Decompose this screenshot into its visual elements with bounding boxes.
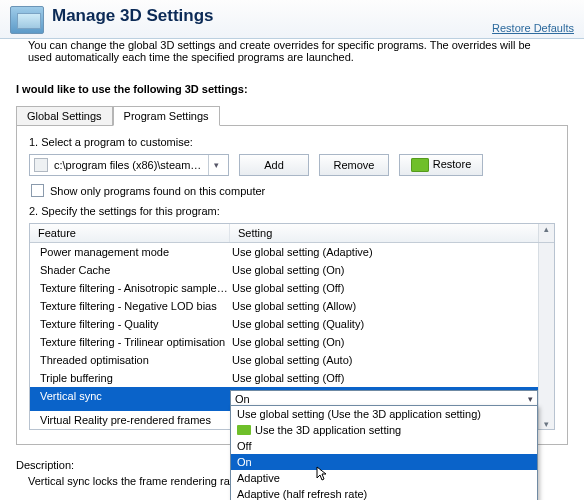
scrollbar[interactable]: ▾ <box>538 243 554 429</box>
tab-global-settings[interactable]: Global Settings <box>16 106 113 126</box>
restore-button-label: Restore <box>433 158 472 170</box>
col-setting: Setting <box>230 224 538 242</box>
table-row[interactable]: Texture filtering - Anisotropic sample o… <box>30 279 538 297</box>
table-row[interactable]: Shader CacheUse global setting (On) <box>30 261 538 279</box>
table-row[interactable]: Threaded optimisationUse global setting … <box>30 351 538 369</box>
feature-cell: Texture filtering - Quality <box>30 318 230 330</box>
step1-label: 1. Select a program to customise: <box>29 136 555 148</box>
vsync-dropdown: Use global setting (Use the 3D applicati… <box>230 405 538 500</box>
setting-cell: Use global setting (Off) <box>230 282 538 294</box>
dropdown-item[interactable]: Use the 3D application setting <box>231 422 537 438</box>
dropdown-item-label: Use the 3D application setting <box>255 424 401 436</box>
restore-defaults-link[interactable]: Restore Defaults <box>492 22 574 34</box>
setting-cell: Use global setting (Quality) <box>230 318 538 330</box>
chevron-down-icon: ▾ <box>528 394 533 404</box>
step2-label: 2. Specify the settings for this program… <box>29 205 555 217</box>
dropdown-item-label: Use global setting (Use the 3D applicati… <box>237 408 481 420</box>
dropdown-item-label: Adaptive (half refresh rate) <box>237 488 367 500</box>
table-row[interactable]: Texture filtering - QualityUse global se… <box>30 315 538 333</box>
feature-cell: Texture filtering - Anisotropic sample o… <box>30 282 230 294</box>
nvidia-icon <box>411 158 429 172</box>
setting-cell: Use global setting (Allow) <box>230 300 538 312</box>
program-icon <box>34 158 48 172</box>
table-row[interactable]: Texture filtering - Negative LOD biasUse… <box>30 297 538 315</box>
intro-text: You can change the global 3D settings an… <box>0 39 584 71</box>
scroll-up-icon[interactable]: ▴ <box>538 224 554 242</box>
show-only-checkbox[interactable] <box>31 184 44 197</box>
add-button[interactable]: Add <box>239 154 309 176</box>
program-settings-panel: 1. Select a program to customise: c:\pro… <box>16 125 568 445</box>
program-path: c:\program files (x86)\steam\st... <box>54 159 202 171</box>
dropdown-item-label: Off <box>237 440 251 452</box>
feature-cell: Triple buffering <box>30 372 230 384</box>
app-icon <box>10 6 44 34</box>
feature-cell: Vertical sync <box>30 390 230 408</box>
program-select[interactable]: c:\program files (x86)\steam\st... ▾ <box>29 154 229 176</box>
setting-cell: Use global setting (On) <box>230 336 538 348</box>
dropdown-item[interactable]: Off <box>231 438 537 454</box>
dropdown-item-label: Adaptive <box>237 472 280 484</box>
section-title: I would like to use the following 3D set… <box>16 83 568 95</box>
page-title: Manage 3D Settings <box>52 6 492 26</box>
table-body: Power management modeUse global setting … <box>30 243 538 429</box>
setting-cell: Use global setting (Auto) <box>230 354 538 366</box>
remove-button[interactable]: Remove <box>319 154 389 176</box>
setting-cell: Use global setting (Off) <box>230 372 538 384</box>
feature-cell: Texture filtering - Trilinear optimisati… <box>30 336 230 348</box>
nvidia-icon <box>237 425 251 435</box>
dropdown-item-label: On <box>237 456 252 468</box>
feature-cell: Threaded optimisation <box>30 354 230 366</box>
dropdown-item[interactable]: Adaptive (half refresh rate) <box>231 486 537 500</box>
dropdown-item[interactable]: Adaptive <box>231 470 537 486</box>
dropdown-item[interactable]: Use global setting (Use the 3D applicati… <box>231 406 537 422</box>
setting-cell: Use global setting (On) <box>230 264 538 276</box>
feature-cell: Power management mode <box>30 246 230 258</box>
feature-cell: Virtual Reality pre-rendered frames <box>30 414 230 426</box>
table-row[interactable]: Triple bufferingUse global setting (Off) <box>30 369 538 387</box>
dropdown-item[interactable]: On <box>231 454 537 470</box>
tab-program-settings[interactable]: Program Settings <box>113 106 220 126</box>
header: Manage 3D Settings Restore Defaults <box>0 0 584 39</box>
settings-table: Feature Setting ▴ Power management modeU… <box>29 223 555 430</box>
table-row[interactable]: Texture filtering - Trilinear optimisati… <box>30 333 538 351</box>
setting-cell: Use global setting (Adaptive) <box>230 246 538 258</box>
show-only-label: Show only programs found on this compute… <box>50 185 265 197</box>
col-feature: Feature <box>30 224 230 242</box>
table-head: Feature Setting ▴ <box>30 224 554 243</box>
restore-button[interactable]: Restore <box>399 154 483 176</box>
tabs: Global Settings Program Settings <box>16 105 568 125</box>
feature-cell: Shader Cache <box>30 264 230 276</box>
feature-cell: Texture filtering - Negative LOD bias <box>30 300 230 312</box>
table-row[interactable]: Power management modeUse global setting … <box>30 243 538 261</box>
chevron-down-icon: ▾ <box>208 155 224 175</box>
